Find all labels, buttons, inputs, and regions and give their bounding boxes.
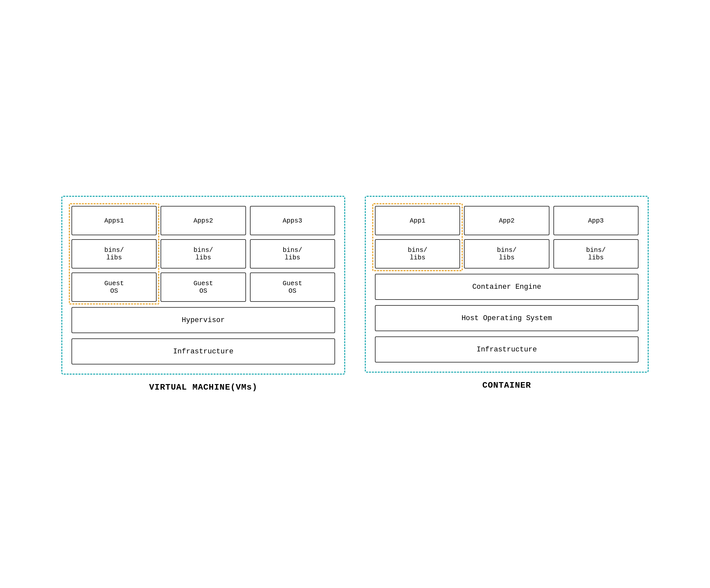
- vm-hypervisor-cell: Hypervisor: [71, 307, 335, 333]
- vm-app1-cell: Apps1: [71, 206, 157, 235]
- vm-outer-box: Apps1 Apps2 Apps3 bins/ libs bins/ libs …: [61, 196, 345, 375]
- vm-bins3-cell: bins/ libs: [250, 239, 335, 268]
- container-app2-cell: App2: [464, 206, 549, 235]
- vm-bins2-cell: bins/ libs: [161, 239, 246, 268]
- vm-guestos2-cell: Guest OS: [161, 273, 246, 302]
- vm-app3-cell: Apps3: [250, 206, 335, 235]
- container-column: App1 App2 App3 bins/ libs bins/ libs bin…: [365, 196, 649, 390]
- container-infrastructure-cell: Infrastructure: [375, 336, 639, 362]
- vm-guestos3-cell: Guest OS: [250, 273, 335, 302]
- vm-column: Apps1 Apps2 Apps3 bins/ libs bins/ libs …: [61, 196, 345, 392]
- vm-guestos1-cell: Guest OS: [71, 273, 157, 302]
- container-bins3-cell: bins/ libs: [553, 239, 639, 268]
- container-bins1-cell: bins/ libs: [375, 239, 460, 268]
- vm-bins1-cell: bins/ libs: [71, 239, 157, 268]
- container-title: CONTAINER: [482, 380, 531, 390]
- container-app3-cell: App3: [553, 206, 639, 235]
- container-outer-box: App1 App2 App3 bins/ libs bins/ libs bin…: [365, 196, 649, 373]
- container-app1-cell: App1: [375, 206, 460, 235]
- vm-infrastructure-cell: Infrastructure: [71, 338, 335, 364]
- container-host-os-cell: Host Operating System: [375, 305, 639, 331]
- container-engine-cell: Container Engine: [375, 274, 639, 300]
- vm-app2-cell: Apps2: [161, 206, 246, 235]
- vm-title: VIRTUAL MACHINE(VMs): [149, 382, 257, 392]
- container-grid-area: App1 App2 App3 bins/ libs bins/ libs bin…: [375, 206, 639, 268]
- diagram-wrapper: Apps1 Apps2 Apps3 bins/ libs bins/ libs …: [61, 196, 649, 392]
- container-bins2-cell: bins/ libs: [464, 239, 549, 268]
